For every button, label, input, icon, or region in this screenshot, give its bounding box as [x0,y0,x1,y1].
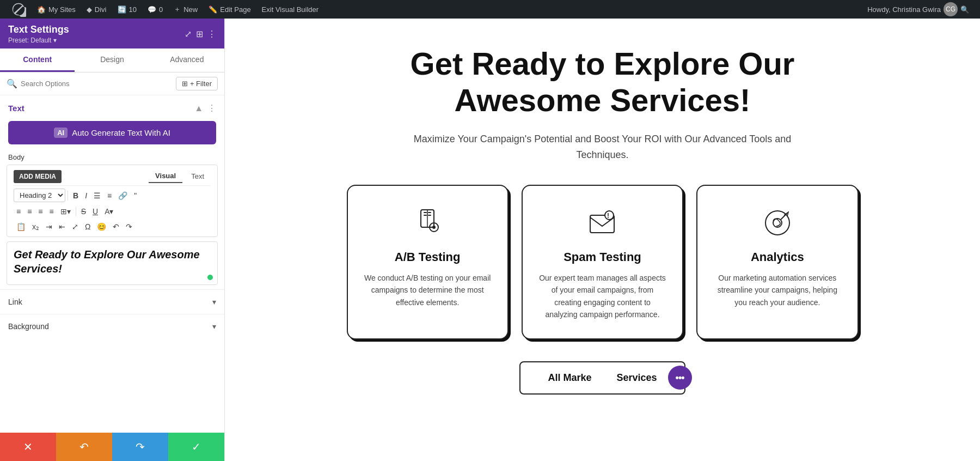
exit-builder-item[interactable]: Exit Visual Builder [256,0,324,19]
redo-button[interactable]: ↷ [123,221,135,233]
search-icon: 🔍 [7,78,17,89]
updates-item[interactable]: 🔄 10 [112,0,142,19]
align-center-button[interactable]: ≡ [24,205,34,217]
body-label: Body [0,151,224,165]
page-main-title: Get Ready to Explore Our Awesome Service… [347,46,859,118]
background-title: Background [8,322,49,331]
add-media-button[interactable]: ADD MEDIA [14,170,62,183]
cursor-dot [207,275,213,280]
indent-button[interactable]: ⇥ [43,221,55,233]
visual-text-tabs: Visual Text [149,169,211,183]
svg-text:!: ! [607,212,609,220]
new-item[interactable]: ＋ New [168,0,203,19]
analytics-title: Analytics [751,250,804,264]
background-section[interactable]: Background ▾ [0,314,224,338]
text-color-button[interactable]: A▾ [102,205,116,217]
spam-testing-desc: Our expert team manages all aspects of y… [538,272,667,321]
ab-testing-card: A/B Testing We conduct A/B testing on yo… [347,185,509,339]
search-admin-icon[interactable]: 🔍 [960,5,969,14]
close-icon: ✕ [23,440,33,453]
refresh-icon: 🔄 [118,5,126,14]
panel-title: Text Settings [8,24,69,35]
panel-header: Text Settings Preset: Default ▾ ⤢ ⊞ ⋮ [0,19,224,48]
purple-dot: ••• [668,366,692,390]
search-input[interactable] [21,80,173,88]
italic-button[interactable]: I [82,190,90,202]
pencil-icon: ✏️ [209,5,217,14]
sep2 [76,207,76,216]
updates-count: 10 [129,5,137,14]
ai-badge: AI [54,128,68,138]
align-right-button[interactable]: ≡ [35,205,45,217]
table-button[interactable]: ⊞▾ [58,205,74,217]
link-section[interactable]: Link ▾ [0,289,224,314]
tab-advanced[interactable]: Advanced [150,48,224,72]
svg-rect-6 [428,212,431,213]
expand-icon[interactable]: ⤢ [185,29,192,39]
subscript-button[interactable]: x₂ [29,221,42,233]
svg-rect-4 [424,212,427,213]
undo-bottom-button[interactable]: ↶ [56,433,112,461]
analytics-card: Analytics Our marketing automation servi… [696,185,858,339]
panel-preset[interactable]: Preset: Default ▾ [8,37,69,44]
align-left-button[interactable]: ≡ [14,205,23,217]
house-icon: 🏠 [37,5,46,14]
toolbar-row-2: ≡ ≡ ≡ ≡ ⊞▾ S U A▾ [14,204,211,219]
tab-design[interactable]: Design [75,48,149,72]
comments-item[interactable]: 💬 0 [142,0,168,19]
tab-content[interactable]: Content [0,48,75,72]
comment-icon: 💬 [148,5,156,14]
svg-rect-7 [428,215,431,216]
editor-text[interactable]: Get Ready to Explore Our Awesome Service… [14,247,211,276]
section-more-icon[interactable]: ⋮ [207,103,216,113]
special-char-button[interactable]: Ω [82,221,93,233]
fullscreen-button[interactable]: ⤢ [69,221,81,233]
left-panel: Text Settings Preset: Default ▾ ⤢ ⊞ ⋮ Co… [0,19,225,461]
link-button[interactable]: 🔗 [115,190,130,202]
right-preview: Get Ready to Explore Our Awesome Service… [225,19,980,461]
my-sites-item[interactable]: 🏠 My Sites [32,0,81,19]
undo-icon: ↶ [79,440,89,453]
outdent-button[interactable]: ⇤ [56,221,68,233]
emoji-button[interactable]: 😊 [94,221,109,233]
spam-testing-card: ! Spam Testing Our expert team manages a… [522,185,683,339]
toolbar-row-1: Heading 2 Heading 1 Heading 3 Paragraph … [14,187,211,204]
redo-bottom-button[interactable]: ↷ [112,433,168,461]
toolbar-row-3: 📋 x₂ ⇥ ⇤ ⤢ Ω 😊 ↶ ↷ [14,219,211,234]
analytics-desc: Our marketing automation services stream… [713,272,842,308]
strikethrough-button[interactable]: S [78,205,89,217]
divi-item[interactable]: ◆ Divi [81,0,112,19]
underline-button[interactable]: U [90,205,101,217]
redo-icon: ↷ [136,440,145,453]
visual-tab[interactable]: Visual [149,169,182,183]
unordered-list-button[interactable]: ☰ [91,190,103,202]
collapse-icon[interactable]: ▲ [194,104,203,113]
toolbar-row-top: ADD MEDIA Visual Text [14,167,211,186]
all-services-row: All Marke ••• Services [347,361,859,395]
editor-toolbar: ADD MEDIA Visual Text Heading 2 Heading … [7,165,218,237]
divi-icon: ◆ [87,5,92,14]
ai-generate-button[interactable]: AI Auto Generate Text With AI [8,121,216,144]
avatar: CG [944,2,958,16]
wp-logo-item[interactable] [5,0,32,19]
cards-row: A/B Testing We conduct A/B testing on yo… [347,185,859,339]
save-button[interactable]: ✓ [168,433,224,461]
sep1 [68,191,68,201]
all-services-button[interactable]: All Marke ••• Services [519,361,685,395]
justify-button[interactable]: ≡ [47,205,57,217]
paste-button[interactable]: 📋 [14,221,28,233]
text-editor-content[interactable]: Get Ready to Explore Our Awesome Service… [7,241,218,285]
blockquote-button[interactable]: " [131,190,139,202]
cancel-button[interactable]: ✕ [0,433,56,461]
more-icon[interactable]: ⋮ [207,29,216,39]
heading-select[interactable]: Heading 2 Heading 1 Heading 3 Paragraph [14,189,65,202]
bold-button[interactable]: B [70,190,81,202]
spam-testing-title: Spam Testing [564,250,641,264]
text-tab[interactable]: Text [185,169,211,183]
ordered-list-button[interactable]: ≡ [105,190,114,202]
panel-header-icons: ⤢ ⊞ ⋮ [185,29,216,39]
columns-icon[interactable]: ⊞ [196,29,203,39]
edit-page-item[interactable]: ✏️ Edit Page [203,0,256,19]
undo-button[interactable]: ↶ [110,221,122,233]
filter-button[interactable]: ⊞ + Filter [176,77,218,90]
